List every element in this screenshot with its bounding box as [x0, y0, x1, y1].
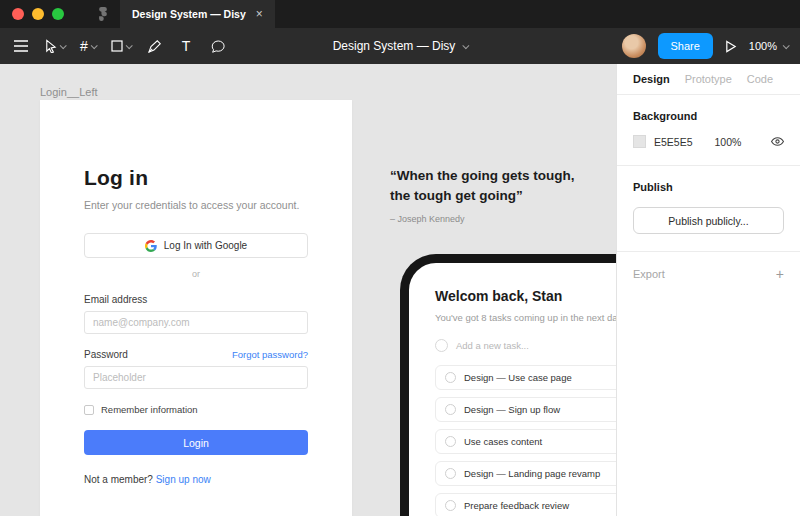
circle-icon[interactable]	[445, 372, 456, 383]
background-color-row: E5E5E5 100%	[633, 135, 784, 148]
main-menu-button[interactable]	[8, 31, 34, 61]
opacity-value[interactable]: 100%	[715, 136, 742, 148]
chevron-down-icon[interactable]	[91, 42, 98, 49]
comment-tool-button[interactable]	[205, 31, 231, 61]
maximize-window-button[interactable]	[52, 8, 64, 20]
close-window-button[interactable]	[12, 8, 24, 20]
text-tool-button[interactable]: T	[173, 31, 199, 61]
text-tool-icon: T	[182, 38, 191, 54]
circle-icon	[435, 339, 448, 352]
panel-tabs: Design Prototype Code	[617, 64, 800, 95]
document-tab-title: Design System — Disy	[132, 8, 246, 20]
signup-prompt: Not a member?	[84, 474, 156, 485]
task-row[interactable]: Use cases content	[435, 429, 616, 454]
publish-section: Publish Publish publicly...	[617, 166, 800, 252]
hamburger-menu-icon	[14, 40, 28, 52]
task-list: Design — Use case page Design — Sign up …	[435, 365, 616, 516]
play-icon	[725, 40, 737, 53]
minimize-window-button[interactable]	[32, 8, 44, 20]
shape-tool-button[interactable]	[107, 31, 135, 61]
google-login-button[interactable]: Log In with Google	[84, 233, 308, 258]
document-title: Design System — Disy	[333, 39, 456, 53]
task-label: Design — Use case page	[464, 372, 572, 383]
properties-panel: Design Prototype Code Background E5E5E5 …	[616, 64, 800, 516]
quote-author: – Joseph Kennedy	[390, 214, 594, 224]
publish-publicly-button[interactable]: Publish publicly...	[633, 207, 784, 234]
phone-frame[interactable]: Welcom back, Stan You've got 8 tasks com…	[400, 254, 616, 516]
frame-tool-button[interactable]: #	[75, 31, 101, 61]
login-subtitle: Enter your credentials to access your ac…	[84, 199, 308, 211]
email-label: Email address	[84, 294, 308, 305]
add-task-input[interactable]: Add a new task...	[435, 339, 616, 352]
color-hex-value[interactable]: E5E5E5	[654, 136, 693, 148]
tab-code[interactable]: Code	[747, 73, 773, 85]
chevron-down-icon	[783, 42, 790, 49]
login-content: Log in Enter your credentials to access …	[40, 100, 352, 485]
window-titlebar: Design System — Disy ×	[0, 0, 800, 28]
rectangle-icon	[111, 40, 123, 52]
task-row[interactable]: Design — Use case page	[435, 365, 616, 390]
password-label-row: Password Forgot password?	[84, 349, 308, 360]
task-label: Use cases content	[464, 436, 542, 447]
login-submit-button[interactable]: Login	[84, 430, 308, 455]
email-field[interactable]	[84, 311, 308, 334]
circle-icon[interactable]	[445, 500, 456, 511]
google-logo-icon	[145, 240, 157, 252]
zoom-control[interactable]: 100%	[749, 40, 788, 52]
forgot-password-link[interactable]: Forgot password?	[232, 349, 308, 360]
phone-content: Welcom back, Stan You've got 8 tasks com…	[409, 263, 616, 516]
chevron-down-icon[interactable]	[126, 42, 133, 49]
comment-bubble-icon	[211, 40, 225, 53]
signup-link[interactable]: Sign up now	[156, 474, 211, 485]
add-task-placeholder: Add a new task...	[456, 340, 529, 351]
chevron-down-icon	[462, 42, 469, 49]
move-tool-button[interactable]	[40, 31, 69, 61]
pen-icon	[148, 40, 161, 53]
quote-block: “When the going gets tough, the tough ge…	[390, 166, 594, 224]
add-export-button[interactable]: +	[776, 267, 784, 281]
tab-design[interactable]: Design	[633, 73, 670, 85]
chevron-down-icon[interactable]	[60, 42, 67, 49]
document-title-dropdown[interactable]: Design System — Disy	[333, 39, 468, 53]
remember-label: Remember information	[101, 404, 198, 415]
circle-icon[interactable]	[445, 468, 456, 479]
signup-row: Not a member? Sign up now	[84, 474, 308, 485]
figma-app-window: Design System — Disy × #	[0, 0, 800, 516]
quote-text: “When the going gets tough, the tough ge…	[390, 166, 594, 205]
user-avatar[interactable]	[622, 34, 646, 58]
figma-logo-icon	[92, 0, 114, 28]
tool-group: # T	[0, 31, 231, 61]
frame-tool-icon: #	[80, 38, 88, 54]
main-toolbar: # T Design System — Disy Share	[0, 28, 800, 64]
remember-checkbox[interactable]	[84, 405, 94, 415]
frame-name-label[interactable]: Login__Left	[40, 86, 98, 98]
circle-icon[interactable]	[445, 404, 456, 415]
tab-prototype[interactable]: Prototype	[685, 73, 732, 85]
google-button-label: Log In with Google	[164, 240, 247, 251]
task-row[interactable]: Design — Landing page revamp	[435, 461, 616, 486]
visibility-toggle[interactable]	[771, 136, 784, 147]
circle-icon[interactable]	[445, 436, 456, 447]
phone-heading: Welcom back, Stan	[435, 288, 616, 304]
share-button[interactable]: Share	[658, 33, 713, 59]
login-frame[interactable]: Log in Enter your credentials to access …	[40, 100, 352, 516]
design-canvas[interactable]: Login__Left Log in Enter your credential…	[0, 64, 616, 516]
tab-close-icon[interactable]: ×	[256, 8, 263, 20]
eye-icon	[771, 136, 784, 147]
document-tab[interactable]: Design System — Disy ×	[120, 0, 275, 28]
task-row[interactable]: Design — Sign up flow	[435, 397, 616, 422]
task-row[interactable]: Prepare feedback review	[435, 493, 616, 516]
toolbar-right-group: Share 100%	[622, 33, 800, 59]
phone-subtitle: You've got 8 tasks coming up in the next…	[435, 312, 616, 323]
pen-tool-button[interactable]	[141, 31, 167, 61]
password-label: Password	[84, 349, 128, 360]
remember-row: Remember information	[84, 404, 308, 415]
publish-section-title: Publish	[633, 181, 784, 193]
or-divider: or	[84, 269, 308, 279]
zoom-level: 100%	[749, 40, 777, 52]
present-button[interactable]	[725, 40, 737, 53]
task-label: Prepare feedback review	[464, 500, 569, 511]
color-swatch[interactable]	[633, 135, 646, 148]
password-field[interactable]	[84, 366, 308, 389]
task-label: Design — Sign up flow	[464, 404, 560, 415]
